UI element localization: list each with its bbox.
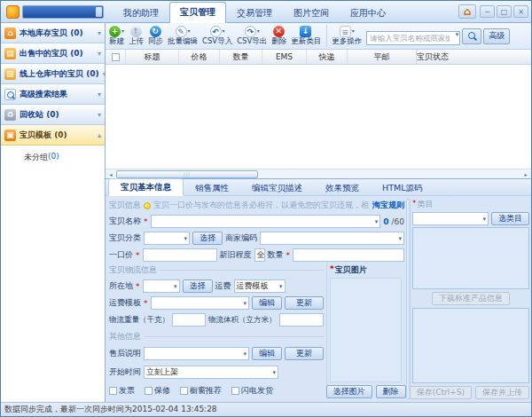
update-aftersale-button[interactable]: 更新 bbox=[285, 347, 324, 360]
item-name-label: 宝贝名称 bbox=[109, 216, 141, 227]
grid-column-header[interactable]: 平邮 bbox=[347, 50, 416, 64]
item-image-area bbox=[330, 278, 402, 382]
price-input[interactable] bbox=[143, 248, 217, 262]
category-panel-title: 类目 bbox=[418, 199, 434, 210]
new-button[interactable]: + ▾ 新建 bbox=[107, 25, 126, 47]
tab-app-center[interactable]: 应用中心 bbox=[340, 3, 396, 23]
tab-html-source[interactable]: *HTML源码 bbox=[371, 180, 434, 196]
delete-image-button[interactable]: 删除 bbox=[376, 385, 406, 398]
tab-image-space[interactable]: 图片空间 bbox=[283, 3, 340, 23]
section-title-other: 其他信息 bbox=[109, 331, 141, 342]
chevron-down-icon[interactable]: ▾ bbox=[98, 90, 101, 98]
tab-my-assistant[interactable]: 我的助理 bbox=[113, 3, 169, 23]
freight-combo[interactable]: 运费模板 ▾ bbox=[234, 279, 286, 293]
item-detail-panel: *宝贝基本信息 *销售属性 *编辑宝贝描述 bbox=[106, 178, 531, 402]
upload-button[interactable]: ↑ 上传 bbox=[127, 25, 145, 47]
grid-column-header[interactable]: 宝贝状态 bbox=[416, 50, 449, 64]
merchant-code-label: 商家编码 bbox=[225, 232, 257, 244]
checkbox-invoice[interactable]: 发票 bbox=[109, 385, 135, 397]
freight-template-combo[interactable]: ▾ bbox=[151, 296, 250, 310]
advanced-search-button[interactable]: 高级 bbox=[483, 28, 510, 44]
checkbox bbox=[109, 387, 117, 395]
csv-import-button[interactable]: ↶ ▾ CSV导入 bbox=[200, 25, 234, 47]
save-button[interactable]: 保存(Ctrl+S) bbox=[410, 386, 472, 399]
choose-category-button[interactable]: 选择 bbox=[192, 232, 223, 245]
scroll-right-arrow[interactable]: ▸ bbox=[520, 169, 531, 179]
scroll-left-arrow[interactable]: ◂ bbox=[106, 169, 116, 179]
home-button[interactable]: ⌂ bbox=[458, 4, 476, 19]
update-freight-template-button[interactable]: 更新 bbox=[285, 296, 324, 310]
grid-column-header[interactable]: 价格 bbox=[178, 50, 219, 64]
sidebar-item-on-sale[interactable]: ▤ 出售中的宝贝 (0) ▾ ▴ bbox=[1, 43, 105, 64]
save-and-upload-button[interactable]: 保存并上传 bbox=[475, 386, 529, 399]
tab-basic-info[interactable]: *宝贝基本信息 bbox=[108, 178, 184, 196]
sidebar-item-local-inventory[interactable]: ⌂ 本地库存宝贝 (0) ▾ ▴ bbox=[1, 23, 105, 43]
location-combo[interactable]: ▾ bbox=[143, 279, 180, 293]
chevron-down-icon[interactable]: ▾ bbox=[103, 70, 105, 78]
item-name-combo[interactable]: ▾ bbox=[151, 215, 381, 228]
grid-column-header[interactable]: EMS bbox=[262, 50, 306, 64]
grid-column-header[interactable]: 标题 bbox=[125, 50, 178, 64]
toolbar-button-label: 批量编辑 bbox=[168, 37, 198, 46]
recycle-bin-icon: ♻ bbox=[4, 109, 16, 121]
choose-category-tree-button[interactable]: 选类目 bbox=[491, 212, 529, 225]
chevron-down-icon[interactable]: ▾ bbox=[98, 50, 101, 58]
select-image-button[interactable]: 选择图片 bbox=[326, 385, 372, 398]
item-category-combo[interactable]: ▾ bbox=[144, 232, 190, 245]
dropdown-arrow-icon: ▾ bbox=[223, 28, 225, 35]
more-actions-button[interactable]: ≡ ▾ 更多操作 bbox=[326, 25, 364, 47]
item-image-title: 宝贝图片 bbox=[335, 264, 367, 276]
tab-sales-attributes[interactable]: *销售属性 bbox=[184, 180, 240, 196]
download-product-info-button[interactable]: 下载标准产品信息 bbox=[432, 292, 510, 305]
toolbar-button-label: 新建 bbox=[109, 37, 124, 46]
delete-button[interactable]: ✕ 删除 bbox=[270, 25, 288, 47]
sidebar-item-advanced-search-results[interactable]: 高级搜索结果 ▾ ▴ bbox=[1, 84, 105, 105]
name-char-count: 0 bbox=[383, 217, 388, 226]
volume-input[interactable] bbox=[279, 313, 325, 327]
taobao-rules-link[interactable]: 淘宝规则 bbox=[372, 200, 404, 211]
sidebar-item-recycle-bin[interactable]: ♻ 回收站 (0) ▾ ▴ bbox=[1, 105, 105, 125]
sidebar-item-online-warehouse[interactable]: ▥ 线上仓库中的宝贝 (0) ▾ ▴ bbox=[1, 64, 105, 84]
update-category-button[interactable]: ↓ 更新类目 bbox=[289, 25, 323, 47]
weight-input[interactable] bbox=[172, 313, 206, 327]
choose-location-button[interactable]: 选择 bbox=[183, 279, 213, 293]
category-combo[interactable]: ▾ bbox=[412, 212, 489, 225]
tab-item-management[interactable]: 宝贝管理 bbox=[169, 2, 226, 23]
account-selector[interactable] bbox=[22, 5, 104, 19]
edit-aftersale-button[interactable]: 编辑 bbox=[252, 347, 282, 360]
edit-freight-template-button[interactable]: 编辑 bbox=[252, 296, 282, 310]
minimize-button[interactable]: − bbox=[480, 5, 495, 18]
checkbox-warranty[interactable]: 保修 bbox=[145, 385, 170, 397]
select-all-checkbox[interactable] bbox=[112, 53, 120, 61]
close-button[interactable]: × bbox=[513, 5, 528, 18]
quantity-input[interactable] bbox=[293, 248, 404, 262]
csv-export-button[interactable]: ↷ ▾ CSV导出 bbox=[235, 25, 269, 47]
scrollbar-thumb[interactable]: ||| bbox=[116, 170, 258, 178]
panel-splitter[interactable] bbox=[406, 199, 411, 399]
maximize-button[interactable]: □ bbox=[497, 5, 512, 18]
tab-effect-preview[interactable]: *效果预览 bbox=[314, 180, 371, 196]
chevron-up-icon[interactable]: ▴ bbox=[98, 131, 101, 139]
chevron-down-icon[interactable]: ▾ bbox=[98, 111, 101, 119]
item-grid-body[interactable] bbox=[106, 65, 531, 169]
dropdown-arrow-icon: ▾ bbox=[257, 28, 260, 35]
grid-column-header[interactable]: 数量 bbox=[219, 50, 262, 64]
tab-trade-management[interactable]: 交易管理 bbox=[226, 3, 283, 23]
sidebar-item-label: 回收站 (0) bbox=[20, 109, 59, 121]
batch-edit-button[interactable]: ✎ ▾ 批量编辑 bbox=[166, 25, 200, 47]
start-time-combo[interactable]: 立刻上架 ▾ bbox=[144, 366, 278, 379]
search-dropdown-arrow-icon[interactable]: ▾ bbox=[456, 31, 459, 38]
search-button[interactable] bbox=[462, 28, 481, 44]
tab-edit-description[interactable]: *编辑宝贝描述 bbox=[240, 180, 314, 196]
sync-button[interactable]: ↻ 同步 bbox=[146, 25, 165, 47]
grid-column-header[interactable]: 快递 bbox=[306, 50, 347, 64]
search-input[interactable] bbox=[366, 31, 460, 45]
aftersale-combo[interactable]: ▾ bbox=[144, 347, 249, 360]
checkbox-lightning-shipping[interactable]: 闪电发货 bbox=[231, 385, 273, 397]
merchant-code-combo[interactable]: ▾ bbox=[260, 232, 404, 245]
sidebar-item-item-templates[interactable]: ▣ 宝贝模板 (0) ▾ ▴ bbox=[1, 125, 105, 146]
chevron-down-icon[interactable]: ▾ bbox=[98, 29, 101, 37]
checkbox-window-recommend[interactable]: 橱窗推荐 bbox=[180, 385, 222, 397]
sidebar-subitem-ungrouped[interactable]: 未分组 (0) bbox=[1, 146, 105, 163]
condition-combo[interactable]: 全新 ▾ bbox=[254, 248, 265, 262]
